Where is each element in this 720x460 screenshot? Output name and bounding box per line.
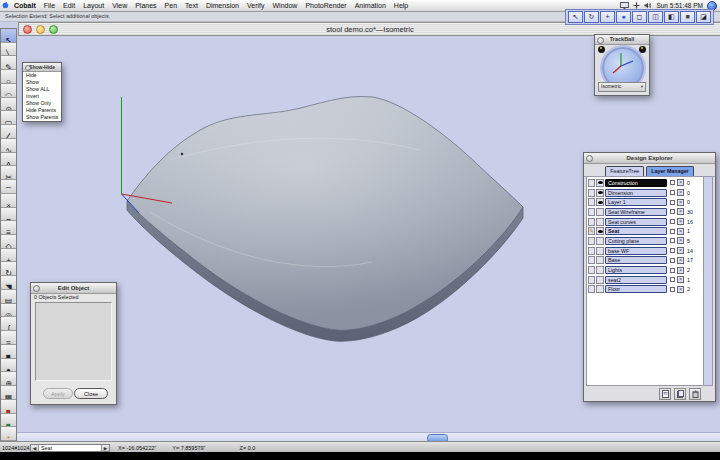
menu-item[interactable]: Layout xyxy=(79,2,108,9)
layer-visibility-cell[interactable] xyxy=(596,247,604,255)
Lights[interactable]: ✎ Lights × 2 xyxy=(587,265,704,275)
select-mode-button[interactable]: ↖ xyxy=(568,11,583,23)
layer-checkbox[interactable] xyxy=(670,277,675,282)
layer-edit-cell[interactable]: ✎ xyxy=(588,276,595,284)
show-hide-item[interactable]: Invert xyxy=(23,93,61,100)
move-tool[interactable]: + xyxy=(1,249,16,263)
layer-edit-cell[interactable]: ✎ xyxy=(588,227,595,235)
delete-layer-button[interactable] xyxy=(689,388,701,400)
apple-menu[interactable] xyxy=(0,1,10,10)
lights-tool[interactable]: * xyxy=(1,427,16,441)
layer-selector[interactable]: ◀ Seat ▶ xyxy=(30,444,110,452)
tab[interactable]: Layer Manager xyxy=(646,166,693,176)
base WF[interactable]: ✎ base WF × 14 xyxy=(587,246,704,256)
offset-tool[interactable]: ≡ xyxy=(1,221,16,235)
rendered-view-button[interactable]: ■ xyxy=(680,11,695,23)
layer-checkbox[interactable] xyxy=(670,248,675,253)
layer-edit-cell[interactable]: ✎ xyxy=(588,256,595,264)
layer-name-button[interactable]: Base xyxy=(605,256,667,264)
layer-checkbox[interactable] xyxy=(670,180,675,185)
layer-x-checkbox[interactable]: × xyxy=(677,247,684,254)
plus-icon[interactable] xyxy=(633,2,640,9)
menu-item[interactable]: Help xyxy=(390,2,412,9)
show-hide-item[interactable]: Hide xyxy=(23,72,61,79)
show-hide-item[interactable]: Show xyxy=(23,79,61,86)
layer-name-button[interactable]: Dimension xyxy=(605,189,667,197)
layer-visibility-cell[interactable] xyxy=(596,266,604,274)
arc-tool[interactable]: ◠ xyxy=(1,84,16,98)
layer-x-checkbox[interactable]: × xyxy=(677,286,684,293)
loft-tool[interactable]: ≈ xyxy=(1,331,16,345)
polyline-tool[interactable]: ∠ xyxy=(1,125,16,139)
Seat curves[interactable]: ✎ Seat curves × 16 xyxy=(587,217,704,227)
layer-name-button[interactable]: seat2 xyxy=(605,276,667,284)
menu-item[interactable]: Dimension xyxy=(202,2,243,9)
next-layer-arrow-icon[interactable]: ▶ xyxy=(101,445,109,451)
Seat[interactable]: ✎ Seat × 1 xyxy=(587,226,704,236)
volume-icon[interactable] xyxy=(644,2,652,9)
layer-visibility-cell[interactable] xyxy=(596,179,604,187)
layer-name-button[interactable]: Floor xyxy=(605,285,667,293)
Dimension[interactable]: ✎ Dimension × 0 xyxy=(587,188,704,198)
menu-item[interactable]: Text xyxy=(181,2,202,9)
layer-x-checkbox[interactable]: × xyxy=(677,218,684,225)
sweep-tool[interactable]: ∫ xyxy=(1,317,16,331)
layer-x-checkbox[interactable]: × xyxy=(677,257,684,264)
layer-checkbox[interactable] xyxy=(670,238,675,243)
layer-edit-cell[interactable]: ✎ xyxy=(588,198,595,206)
close-icon[interactable] xyxy=(597,37,604,44)
apply-button[interactable]: Apply xyxy=(43,388,73,399)
layer-x-checkbox[interactable]: × xyxy=(677,237,684,244)
circle-tool[interactable]: ○ xyxy=(1,70,16,84)
layer-x-checkbox[interactable]: × xyxy=(677,179,684,186)
revolve-tool[interactable]: ◎ xyxy=(1,304,16,318)
surface-tool[interactable]: ▦ xyxy=(1,386,16,400)
render-tool[interactable]: ■ xyxy=(1,400,16,414)
layer-name-button[interactable]: Lights xyxy=(605,266,667,274)
pan-view-button[interactable]: + xyxy=(600,11,615,23)
mirror-tool[interactable]: ◇ xyxy=(1,235,16,249)
layer-checkbox[interactable] xyxy=(670,229,675,234)
layer-edit-cell[interactable]: ✎ xyxy=(588,285,595,293)
menu-item[interactable]: File xyxy=(40,2,59,9)
extrude-tool[interactable]: ▤ xyxy=(1,290,16,304)
layer-name-button[interactable]: Cutting plane xyxy=(605,237,667,245)
shaded-view-button[interactable]: ◧ xyxy=(664,11,679,23)
show-hide-item[interactable]: Show ALL xyxy=(23,86,61,93)
layer-visibility-cell[interactable] xyxy=(596,208,604,216)
show-hide-item[interactable]: Show Parents xyxy=(23,114,61,121)
trim-tool[interactable]: ⌒ xyxy=(1,180,16,194)
layer-name-button[interactable]: base WF xyxy=(605,247,667,255)
ellipse-tool[interactable]: ⊙ xyxy=(1,98,16,112)
layer-list-scrollbar[interactable] xyxy=(703,177,712,385)
menu-item[interactable]: View xyxy=(108,2,131,9)
close-icon[interactable] xyxy=(586,155,593,162)
wireframe-view-button[interactable]: ◻ xyxy=(632,11,647,23)
close-icon[interactable] xyxy=(25,65,31,71)
menu-item[interactable]: Verify xyxy=(243,2,269,9)
layer-checkbox[interactable] xyxy=(670,200,675,205)
layer-x-checkbox[interactable]: × xyxy=(677,276,684,283)
seat2[interactable]: ✎ seat2 × 1 xyxy=(587,275,704,285)
layer-checkbox[interactable] xyxy=(670,258,675,263)
sphere-tool[interactable]: ● xyxy=(1,359,16,373)
layer-visibility-cell[interactable] xyxy=(596,256,604,264)
layer-visibility-cell[interactable] xyxy=(596,276,604,284)
menu-item[interactable]: Pen xyxy=(161,2,181,9)
rectangle-tool[interactable]: ▭ xyxy=(1,111,16,125)
hiddenline-view-button[interactable]: ◫ xyxy=(648,11,663,23)
menu-item[interactable]: Edit xyxy=(59,2,79,9)
layer-x-checkbox[interactable]: × xyxy=(677,228,684,235)
layer-visibility-cell[interactable] xyxy=(596,198,604,206)
scale-tool[interactable]: ◥ xyxy=(1,276,16,290)
layer-checkbox[interactable] xyxy=(670,219,675,224)
Floor[interactable]: ✎ Floor × 2 xyxy=(587,285,704,295)
layer-visibility-cell[interactable] xyxy=(596,218,604,226)
layer-edit-cell[interactable]: ✎ xyxy=(588,266,595,274)
orbit-view-button[interactable]: ↻ xyxy=(584,11,599,23)
layer-edit-cell[interactable]: ✎ xyxy=(588,237,595,245)
layer-edit-cell[interactable]: ✎ xyxy=(588,218,595,226)
spline-tool[interactable]: ∿ xyxy=(1,139,16,153)
trackball-knob-right[interactable] xyxy=(639,46,646,53)
layer-edit-cell[interactable]: ✎ xyxy=(588,208,595,216)
